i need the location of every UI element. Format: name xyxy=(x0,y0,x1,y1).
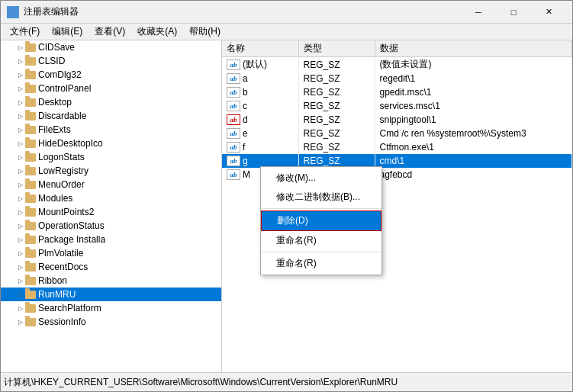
tree-item[interactable]: ▷OperationStatus xyxy=(1,219,221,233)
menu-bar: 文件(F) 编辑(E) 查看(V) 收藏夹(A) 帮助(H) xyxy=(1,24,572,40)
tree-item[interactable]: ▷SessionInfo xyxy=(1,315,221,329)
tree-item[interactable]: ▷HideDesktopIco xyxy=(1,137,221,150)
tree-item[interactable]: ▷Ribbon xyxy=(1,274,221,288)
table-row[interactable]: ab b REG_SZ gpedit.msc\1 xyxy=(222,85,572,99)
expand-icon[interactable]: ▷ xyxy=(16,139,25,148)
expand-icon[interactable]: ▷ xyxy=(16,262,25,272)
tree-item[interactable]: ▷ControlPanel xyxy=(1,82,221,95)
table-row[interactable]: ab (默认) REG_SZ (数值未设置) xyxy=(222,57,572,72)
expand-icon[interactable]: ▷ xyxy=(16,304,25,313)
app-icon xyxy=(7,6,19,18)
tree-item[interactable]: ▷FileExts xyxy=(1,123,221,137)
tree-item[interactable]: ▷Desktop xyxy=(1,95,221,109)
tree-item[interactable]: ▷MenuOrder xyxy=(1,178,221,191)
tree-label: FileExts xyxy=(38,124,71,135)
svg-rect-3 xyxy=(14,13,18,17)
tree-item[interactable]: ▷RunMRU xyxy=(1,288,221,301)
expand-icon[interactable]: ▷ xyxy=(16,317,25,326)
value-name: f xyxy=(243,142,245,153)
cell-type: REG_SZ xyxy=(298,113,375,127)
expand-icon[interactable]: ▷ xyxy=(16,207,25,217)
reg-value-icon: ab xyxy=(227,87,240,98)
tree-item[interactable]: ▷MountPoints2 xyxy=(1,205,221,219)
tree-label: Desktop xyxy=(38,97,72,108)
tree-label: SessionInfo xyxy=(38,316,86,327)
minimize-button[interactable]: ─ xyxy=(461,1,496,24)
menu-help[interactable]: 帮助(H) xyxy=(183,24,227,40)
expand-icon[interactable]: ▷ xyxy=(16,43,25,52)
tree-item[interactable]: ▷PlmVolatile xyxy=(1,246,221,260)
tree-label: HideDesktopIco xyxy=(38,138,103,149)
expand-icon[interactable]: ▷ xyxy=(16,249,25,258)
context-menu-item-modify-binary[interactable]: 修改二进制数据(B)... xyxy=(261,188,381,207)
tree-label: CLSID xyxy=(38,56,65,66)
tree-item[interactable]: ▷RecentDocs xyxy=(1,260,221,274)
value-name: b xyxy=(243,87,248,98)
table-row[interactable]: ab c REG_SZ services.msc\1 xyxy=(222,99,572,113)
table-row[interactable]: ab f REG_SZ Ctfmon.exe\1 xyxy=(222,140,572,154)
expand-icon[interactable]: ▷ xyxy=(16,194,25,203)
tree-scroll[interactable]: ▷CIDSave▷CLSID▷ComDlg32▷ControlPanel▷Des… xyxy=(1,40,221,372)
svg-rect-0 xyxy=(8,8,12,11)
expand-icon[interactable]: ▷ xyxy=(16,70,25,79)
reg-value-icon: ab xyxy=(227,101,240,111)
expand-icon[interactable]: ▷ xyxy=(16,235,25,244)
context-menu-item-modify[interactable]: 修改(M)... xyxy=(261,169,381,188)
title-bar: 注册表编辑器 ─ □ ✕ xyxy=(1,1,572,24)
context-menu-delete[interactable]: 删除(D) xyxy=(261,210,381,231)
close-button[interactable]: ✕ xyxy=(531,1,566,24)
expand-icon[interactable]: ▷ xyxy=(16,221,25,230)
expand-icon[interactable]: ▷ xyxy=(16,276,25,285)
menu-file[interactable]: 文件(F) xyxy=(4,24,46,40)
menu-favorites[interactable]: 收藏夹(A) xyxy=(131,24,183,40)
context-menu-item-rename[interactable]: 重命名(R) xyxy=(261,231,381,250)
tree-item[interactable]: ▷LowRegistry xyxy=(1,164,221,178)
tree-item[interactable]: ▷Package Installa xyxy=(1,233,221,246)
folder-icon xyxy=(25,43,36,52)
expand-icon[interactable]: ▷ xyxy=(16,84,25,93)
tree-label: Modules xyxy=(38,193,72,204)
context-menu-item-rename[interactable]: 重命名(R) xyxy=(261,254,381,273)
tree-item[interactable]: ▷CIDSave xyxy=(1,40,221,54)
tree-item[interactable]: ▷LogonStats xyxy=(1,150,221,164)
value-name: (默认) xyxy=(243,58,267,71)
folder-icon xyxy=(25,236,36,244)
tree-label: Discardable xyxy=(38,111,86,121)
expand-icon[interactable]: ▷ xyxy=(16,111,25,120)
cell-name: ab d xyxy=(222,113,298,127)
tree-item[interactable]: ▷CLSID xyxy=(1,54,221,68)
reg-value-icon: ab xyxy=(227,169,240,180)
table-row[interactable]: ab d REG_SZ snippingtool\1 xyxy=(222,113,572,127)
tree-item[interactable]: ▷SearchPlatform xyxy=(1,301,221,315)
expand-icon[interactable]: ▷ xyxy=(16,166,25,175)
tree-label: SearchPlatform xyxy=(38,303,101,313)
window-title: 注册表编辑器 xyxy=(24,5,461,18)
cell-name: ab e xyxy=(222,127,298,140)
tree-item[interactable]: ▷ComDlg32 xyxy=(1,68,221,82)
maximize-button[interactable]: □ xyxy=(496,1,531,24)
svg-rect-1 xyxy=(14,8,18,11)
expand-icon[interactable]: ▷ xyxy=(16,98,25,107)
tree-item[interactable]: ▷Discardable xyxy=(1,109,221,123)
expand-icon[interactable]: ▷ xyxy=(16,125,25,134)
tree-label: Ribbon xyxy=(38,275,67,286)
tree-label: RecentDocs xyxy=(38,262,88,272)
cell-type: REG_SZ xyxy=(298,140,375,154)
table-row[interactable]: ab a REG_SZ regedit\1 xyxy=(222,72,572,85)
cell-data: (数值未设置) xyxy=(375,57,572,72)
tree-label: OperationStatus xyxy=(38,220,105,231)
menu-view[interactable]: 查看(V) xyxy=(89,24,131,40)
cell-name: ab (默认) xyxy=(222,57,298,72)
tree-item[interactable]: ▷Modules xyxy=(1,191,221,205)
tree-label: LogonStats xyxy=(38,152,85,162)
col-header-name: 名称 xyxy=(222,40,298,57)
menu-edit[interactable]: 编辑(E) xyxy=(46,24,89,40)
context-menu-separator xyxy=(261,208,381,209)
expand-icon[interactable]: ▷ xyxy=(16,180,25,189)
table-row[interactable]: ab e REG_SZ Cmd /c ren %systemroot%\Syst… xyxy=(222,127,572,140)
expand-icon[interactable]: ▷ xyxy=(16,290,25,299)
expand-icon[interactable]: ▷ xyxy=(16,153,25,162)
status-text: 计算机\HKEY_CURRENT_USER\Software\Microsoft… xyxy=(4,376,398,389)
cell-name: ab b xyxy=(222,85,298,99)
expand-icon[interactable]: ▷ xyxy=(16,56,25,66)
